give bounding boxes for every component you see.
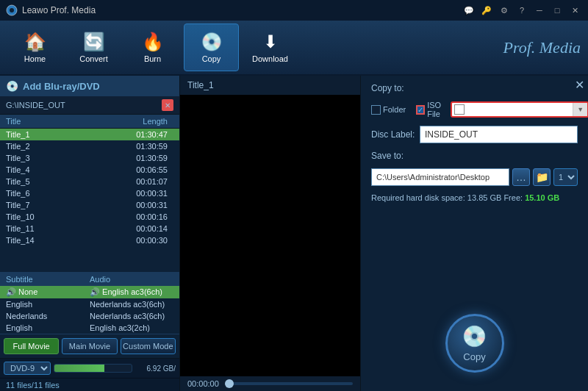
disc-label-label: Disc Label: [371,129,415,140]
app-icon [6,4,18,16]
save-to-path-row: … 📁 123 [371,168,578,186]
folder-checkbox[interactable] [371,105,381,115]
close-button[interactable]: ✕ [567,4,582,16]
home-icon: 🏠 [24,32,46,52]
minimize-button[interactable]: ─ [532,4,547,16]
toolbar-copy[interactable]: 💿 Copy [184,24,239,71]
open-folder-button[interactable]: 📁 [533,168,551,186]
video-preview [180,95,360,376]
download-icon: ⬇ [263,32,278,52]
length-col-header: Length [122,117,173,126]
middle-area: Title_1 00:00:00 [180,76,360,391]
main-movie-button[interactable]: Main Movie [62,338,117,354]
list-item[interactable]: Nederlands Nederlands ac3(6ch) [0,310,179,322]
chat-icon[interactable]: 💬 [462,4,476,16]
subtitle-audio-section: Subtitle Audio 🔊 None 🔊 English ac3(6ch)… [0,272,179,334]
iso-target-checkbox[interactable] [454,104,465,115]
iso-target-selector: ▼ [451,101,588,118]
progress-bar-fill [54,365,104,372]
save-to-label-row: Save to: [371,151,578,161]
copy-circle-button[interactable]: 💿 Copy [445,314,504,373]
disk-free-text: 15.10 GB [525,193,559,202]
title-col-header: Title [6,117,122,126]
burn-icon: 🔥 [142,32,164,52]
custom-mode-button[interactable]: Custom Mode [121,338,176,354]
iso-checkbox-item: ✓ ISO File [416,101,442,118]
video-time: 00:00:00 [187,379,219,388]
panel-header-title: Add Blu-ray/DVD [23,81,100,92]
video-seek-bar[interactable] [225,382,353,385]
table-row[interactable]: Title_14 00:00:30 [0,234,179,246]
left-panel: 💿 Add Blu-ray/DVD G:\INSIDE_OUT ✕ Title … [0,76,180,391]
browse-button[interactable]: … [512,168,530,186]
iso-checkmark: ✓ [417,106,423,114]
iso-checkbox[interactable]: ✓ [416,105,425,115]
toolbar-home-label: Home [24,54,46,63]
settings-panel: ✕ Copy to: Folder ✓ ISO File [360,76,588,391]
bluray-icon: 💿 [6,80,18,92]
subtitle-col-header: Subtitle [6,275,90,284]
save-to-label: Save to: [371,151,415,161]
video-seek-thumb [225,379,234,388]
table-row[interactable]: Title_3 01:30:59 [0,152,179,164]
copy-disc-icon: 💿 [462,324,487,348]
copy-button-area: 💿 Copy [371,209,578,384]
key-icon[interactable]: 🔑 [479,4,494,16]
copy-icon: 💿 [201,32,223,52]
disc-label-input[interactable] [420,126,578,143]
mode-buttons: Full Movie Main Movie Custom Mode [0,334,179,358]
subtitle-audio-header: Subtitle Audio [0,273,179,286]
settings-close-button[interactable]: ✕ [570,76,588,93]
copy-btn-label: Copy [463,351,485,362]
convert-icon: 🔄 [83,32,105,52]
copy-to-options-row: Folder ✓ ISO File ▼ ↻ [371,101,578,118]
title-list-header: Title Length [0,115,179,129]
full-movie-button[interactable]: Full Movie [4,338,59,354]
toolbar-convert[interactable]: 🔄 Convert [66,24,121,71]
window-controls: 💬 🔑 ⚙ ? ─ □ ✕ [462,4,582,16]
panel-header: 💿 Add Blu-ray/DVD [0,76,179,96]
folder-checkbox-item: Folder [371,105,406,115]
maximize-button[interactable]: □ [550,4,564,16]
list-item[interactable]: English Nederlands ac3(6ch) [0,298,179,310]
table-row[interactable]: Title_7 00:00:31 [0,199,179,211]
toolbar: 🏠 Home 🔄 Convert 🔥 Burn 💿 Copy ⬇ Downloa… [0,21,588,76]
iso-path-input[interactable] [467,105,573,114]
toolbar-burn[interactable]: 🔥 Burn [125,24,180,71]
settings-icon[interactable]: ⚙ [497,4,512,16]
right-area: Title_1 00:00:00 ✕ Copy to: Folder [180,76,588,391]
progress-text: 6.92 GB/ [135,365,176,373]
title-list: Title Length Title_1 01:30:47 Title_2 01… [0,115,179,272]
file-path-text: G:\INSIDE_OUT [6,101,162,110]
copy-number-select[interactable]: 123 [553,168,578,186]
file-path-bar: G:\INSIDE_OUT ✕ [0,96,179,115]
table-row[interactable]: Title_5 00:01:07 [0,176,179,187]
table-row[interactable]: Title_1 01:30:47 [0,129,179,140]
list-item[interactable]: 🔊 None 🔊 English ac3(6ch) [0,286,179,298]
disk-space-text: Required hard disk space: 13.85 GB Free: [371,193,523,202]
toolbar-download[interactable]: ⬇ Download [243,24,298,71]
video-title: Title_1 [180,76,360,95]
progress-bar-container [54,364,132,373]
svg-point-1 [10,8,14,12]
iso-dropdown-arrow[interactable]: ▼ [573,103,587,116]
table-row[interactable]: Title_2 01:30:59 [0,140,179,152]
folder-label: Folder [383,105,406,114]
main-content: 💿 Add Blu-ray/DVD G:\INSIDE_OUT ✕ Title … [0,76,588,391]
file-path-close-button[interactable]: ✕ [162,99,173,111]
audio-col-header: Audio [90,275,173,284]
save-to-input[interactable] [371,168,509,186]
video-controls: 00:00:00 [180,376,360,391]
toolbar-home[interactable]: 🏠 Home [7,24,62,71]
table-row[interactable]: Title_11 00:00:14 [0,223,179,234]
toolbar-copy-label: Copy [202,54,221,63]
status-text: 11 files/11 files [6,381,60,390]
app-title: Leawo Prof. Media [22,5,462,15]
status-bar: 11 files/11 files [0,378,179,391]
table-row[interactable]: Title_6 00:00:31 [0,187,179,199]
dvd-format-select[interactable]: DVD-9 DVD-5 [4,362,51,375]
table-row[interactable]: Title_4 00:06:55 [0,164,179,176]
table-row[interactable]: Title_10 00:00:16 [0,211,179,223]
help-icon[interactable]: ? [514,4,529,16]
list-item[interactable]: English English ac3(2ch) [0,322,179,334]
